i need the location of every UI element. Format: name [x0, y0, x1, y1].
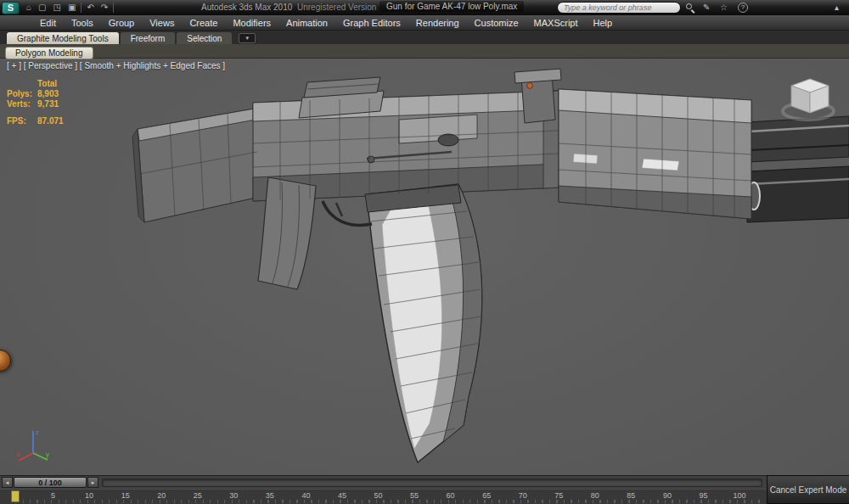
license-label: Unregistered Version [297, 3, 376, 12]
menu-bar: Edit Tools Group Views Create Modifiers … [0, 15, 849, 31]
next-frame-button[interactable]: ▸ [87, 477, 98, 488]
ribbon-panel-row: Polygon Modeling [0, 44, 849, 59]
new-file-icon[interactable]: ▢ [35, 0, 49, 15]
svg-text:x: x [16, 451, 20, 458]
home-icon[interactable]: ⌂ [23, 0, 35, 15]
tab-freeform[interactable]: Freeform [121, 32, 176, 44]
help-icon[interactable]: ? [738, 3, 748, 13]
ruler-tick-label: 55 [410, 491, 419, 500]
stats-verts-label: Verts: [7, 99, 37, 109]
menu-item-animation[interactable]: Animation [278, 16, 335, 30]
menu-item-tools[interactable]: Tools [64, 16, 101, 30]
ruler-tick-label: 10 [85, 491, 93, 500]
menu-item-graph-editors[interactable]: Graph Editors [335, 16, 408, 30]
stats-fps-value: 87.071 [37, 116, 64, 126]
ak47-model [132, 69, 849, 462]
max-logo-icon[interactable]: S [2, 2, 20, 14]
world-axis-gizmo: z x y [14, 424, 53, 463]
menu-item-customize[interactable]: Customize [467, 16, 526, 30]
open-file-icon[interactable]: ◳ [50, 0, 65, 15]
ruler-tick-label: 75 [554, 491, 563, 500]
title-bar: S ⌂ ▢ ◳ ▣ ↶ ↷ Autodesk 3ds Max 2010 Unre… [0, 0, 849, 15]
toolbar-divider [81, 3, 82, 13]
ruler-tick-label: 95 [699, 491, 707, 500]
ribbon-tab-bar: Graphite Modeling Tools Freeform Selecti… [0, 31, 849, 44]
collapse-infocenter-icon[interactable]: ▴ [835, 3, 839, 12]
ruler-tick-label: 15 [121, 491, 130, 500]
ruler-tick-label: 70 [519, 491, 527, 500]
pen-icon[interactable]: ✎ [703, 3, 710, 12]
max-window: S ⌂ ▢ ◳ ▣ ↶ ↷ Autodesk 3ds Max 2010 Unre… [0, 0, 849, 504]
toolbar-divider [113, 3, 114, 13]
menu-item-modifiers[interactable]: Modifiers [225, 16, 278, 30]
ruler-tick-label: 30 [229, 491, 238, 500]
svg-text:z: z [36, 428, 39, 436]
ruler-tick-label: 50 [374, 491, 382, 500]
time-slider-track[interactable] [102, 479, 762, 487]
time-slider-row: ◂ 0 / 100 ▸ [0, 475, 767, 489]
document-title: Gun for Game AK-47 low Poly.max [380, 1, 524, 12]
ruler-tick-label: 40 [301, 491, 310, 500]
ruler-tick-label: 20 [157, 491, 166, 500]
ruler-tick-label: 90 [663, 491, 672, 500]
track-bar-key-marker[interactable] [11, 490, 20, 502]
view-cube[interactable] [779, 69, 841, 121]
ruler-tick-label: 65 [482, 491, 491, 500]
stats-fps-label: FPS: [7, 116, 37, 126]
redo-icon[interactable]: ↷ [98, 0, 111, 15]
search-icon[interactable] [686, 3, 696, 14]
search-box[interactable] [557, 2, 681, 14]
menu-item-create[interactable]: Create [182, 16, 225, 30]
menu-item-views[interactable]: Views [142, 16, 182, 30]
menu-item-group[interactable]: Group [101, 16, 143, 30]
cancel-expert-mode-button[interactable]: Cancel Expert Mode [767, 475, 849, 504]
ruler-tick-label: 85 [627, 491, 635, 500]
app-title: Autodesk 3ds Max 2010 [201, 3, 292, 12]
ruler-tick-label: 45 [338, 491, 346, 500]
ruler-tick-label: 60 [447, 491, 455, 500]
undo-icon[interactable]: ↶ [83, 0, 97, 15]
perspective-viewport[interactable]: [ + ] [ Perspective ] [ Smooth + Highlig… [0, 59, 849, 475]
ruler-tick-label: 35 [266, 491, 274, 500]
polygon-modeling-panel-button[interactable]: Polygon Modeling [5, 47, 93, 59]
menu-item-maxscript[interactable]: MAXScript [526, 16, 586, 30]
menu-item-edit[interactable]: Edit [32, 16, 64, 30]
ribbon-minimize-button[interactable]: ▾ [239, 33, 256, 43]
ruler-tick-label: 80 [591, 491, 599, 500]
stats-polys-label: Polys: [7, 89, 37, 99]
ruler-tick-label: 5 [51, 491, 55, 500]
viewport-label[interactable]: [ + ] [ Perspective ] [ Smooth + Highlig… [7, 61, 225, 70]
ruler-tick-label: 100 [733, 491, 745, 500]
stats-total-label: Total [37, 79, 57, 89]
tab-graphite-modeling-tools[interactable]: Graphite Modeling Tools [7, 32, 119, 44]
tab-selection[interactable]: Selection [177, 32, 232, 44]
stats-verts-value: 9,731 [37, 99, 59, 109]
svg-text:y: y [46, 451, 49, 458]
save-icon[interactable]: ▣ [65, 0, 79, 15]
previous-frame-button[interactable]: ◂ [2, 477, 13, 488]
viewport-canvas[interactable] [0, 59, 849, 475]
star-icon[interactable]: ☆ [720, 3, 728, 12]
stats-polys-value: 8,903 [37, 89, 59, 99]
search-input[interactable] [564, 3, 674, 12]
menu-item-help[interactable]: Help [586, 16, 621, 30]
sight-dot [527, 83, 533, 89]
time-slider-thumb[interactable]: 0 / 100 [14, 477, 87, 488]
timeline-ruler[interactable]: 0510152025303540455055606570758085909510… [0, 489, 767, 504]
menu-item-rendering[interactable]: Rendering [408, 16, 467, 30]
ruler-tick-label: 25 [194, 491, 202, 500]
statistics-overlay: Total Polys:8,903 Verts:9,731 FPS:87.071 [7, 79, 64, 126]
